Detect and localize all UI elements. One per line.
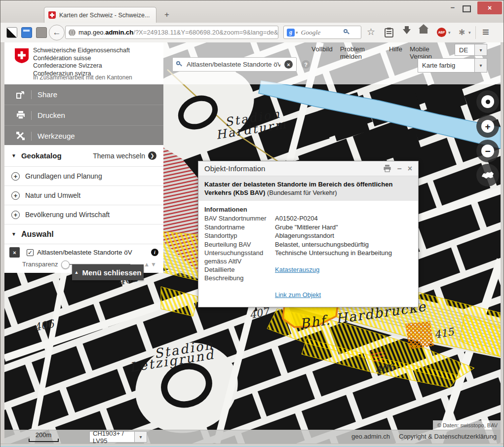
search-help-icon[interactable]: ? <box>302 60 310 69</box>
transparency-label: Transparenz <box>22 261 58 268</box>
map-search-field[interactable]: × <box>172 57 297 72</box>
move-layer-up-icon[interactable]: ▲ <box>144 261 150 268</box>
projection-value: CH1903+ / LV95 <box>90 430 134 445</box>
home-icon[interactable] <box>420 29 427 34</box>
bookmarks-panel-icon[interactable] <box>385 28 393 37</box>
sidebar-tools: Share Drucken Werkzeuge <box>4 84 163 147</box>
remove-layer-button[interactable]: × <box>9 247 20 258</box>
expand-plus-icon: + <box>11 211 20 219</box>
window-close-button[interactable]: × <box>477 1 502 14</box>
popup-close-icon[interactable]: × <box>408 164 412 173</box>
nav-link-hilfe[interactable]: Hilfe <box>389 45 402 54</box>
sidebar-item-drucken[interactable]: Drucken <box>4 105 163 126</box>
globe-icon <box>69 29 76 36</box>
theme-switch-link[interactable]: Thema wechseln <box>93 152 145 160</box>
target-icon <box>481 95 494 108</box>
category-label: Grundlagen und Planung <box>25 172 102 180</box>
swiss-shield-logo <box>14 48 29 64</box>
sidebar-item-werkzeuge[interactable]: Werkzeuge <box>4 126 163 147</box>
chevron-right-icon[interactable]: ❯ <box>148 151 156 160</box>
print-icon[interactable] <box>383 165 391 172</box>
map-style-caret-icon: ▾ <box>474 59 487 72</box>
window-maximize-button[interactable] <box>463 5 471 12</box>
extension-icon-1[interactable] <box>6 27 17 38</box>
geoadmin-link[interactable]: geo.admin.ch <box>351 433 390 440</box>
default-extent-button[interactable] <box>476 164 499 186</box>
extension-icon-2[interactable] <box>21 27 32 38</box>
geolocate-button[interactable] <box>476 90 499 113</box>
auswahl-title: Auswahl <box>21 230 54 239</box>
map-attribution: © Daten: swisstopo, BAV <box>433 420 501 430</box>
info-row: Beurteilung BAV Belastet, untersuchungsb… <box>204 241 412 249</box>
move-layer-down-icon[interactable]: ▼ <box>151 261 156 268</box>
map-style-select[interactable]: Karte farbig ▾ <box>418 58 487 73</box>
map-search-input[interactable] <box>186 60 281 69</box>
menu-hamburger-icon[interactable]: ≡ <box>482 25 489 39</box>
popup-header[interactable]: Objekt-Information – × <box>198 161 418 176</box>
plugin-icon[interactable]: ✱ <box>459 28 465 37</box>
printer-icon <box>16 111 25 119</box>
adblock-icon[interactable]: ABP <box>437 28 446 37</box>
window-minimize-button[interactable]: – <box>446 3 459 14</box>
layer-name[interactable]: Altlasten/belastete Standorte öV <box>37 249 132 256</box>
link-zum-objekt-link[interactable]: Link zum Objekt <box>275 291 321 299</box>
orange-hatch-2 <box>405 321 434 349</box>
nav-link-vollbild[interactable]: Vollbild <box>311 45 333 54</box>
url-bar[interactable]: map.geo.admin.ch/?X=249138.11&Y=680698.2… <box>65 26 278 39</box>
new-tab-button[interactable]: + <box>160 9 173 21</box>
close-menu-button[interactable]: ▲ Menü schliessen <box>72 264 144 280</box>
category-label: Bevölkerung und Wirtschaft <box>25 211 110 219</box>
info-row-link: Link zum Objekt <box>204 291 412 299</box>
category-bevoelkerung[interactable]: + Bevölkerung und Wirtschaft <box>4 205 163 224</box>
geokatalog-header[interactable]: ▼ Geokatalog Thema wechseln ❯ <box>4 145 163 167</box>
sidebar-catalog-panel: ▼ Geokatalog Thema wechseln ❯ + Grundlag… <box>4 145 163 273</box>
search-engine-caret-icon[interactable]: ▾ <box>296 30 298 35</box>
browser-tab[interactable]: Karten der Schweiz - Schweize... <box>44 7 156 23</box>
werkzeuge-label: Werkzeuge <box>38 132 75 140</box>
katasterauszug-link[interactable]: Katasterauszug <box>275 266 319 282</box>
downloads-icon[interactable] <box>403 29 411 34</box>
info-row: Standorttyp Ablagerungsstandort <box>204 232 412 240</box>
back-arrow-icon: ← <box>53 28 61 37</box>
popup-title: Objekt-Information <box>204 164 265 173</box>
sidebar-item-share[interactable]: Share <box>4 84 163 105</box>
bookmark-star-icon[interactable]: ☆ <box>367 26 375 37</box>
info-row: Untersuchungsstand gemäss AltlV Technisc… <box>204 249 412 265</box>
zoom-in-button[interactable]: + <box>476 115 499 138</box>
nav-link-mobile-version[interactable]: Mobile Version <box>410 45 447 54</box>
info-section-title: Informationen <box>204 206 412 213</box>
adblock-caret-icon[interactable]: ▾ <box>448 30 451 35</box>
search-magnifier-icon[interactable] <box>344 29 350 36</box>
slider-thumb[interactable] <box>61 261 70 269</box>
copyright-link[interactable]: Copyright & Datenschutzerklärung <box>399 433 497 440</box>
layer-checkbox[interactable]: ✓ <box>27 249 34 256</box>
confederation-text: Schweizerische Eidgenossenschaft Confédé… <box>33 47 130 77</box>
chevron-down-icon: ▼ <box>11 153 16 158</box>
projection-select[interactable]: CH1903+ / LV95 ▾ <box>89 431 147 443</box>
browser-search-input[interactable] <box>300 28 344 37</box>
browser-search-bar[interactable]: g ▾ <box>283 26 361 39</box>
close-menu-label: Menü schliessen <box>82 268 141 277</box>
layer-row: × ✓ Altlasten/belastete Standorte öV i <box>4 244 163 259</box>
clear-search-icon[interactable]: × <box>284 60 293 69</box>
category-grundlagen[interactable]: + Grundlagen und Planung <box>4 167 163 186</box>
language-select[interactable]: DE ▾ <box>455 44 487 56</box>
layer-info-icon[interactable]: i <box>151 249 158 256</box>
back-button[interactable]: ← <box>49 25 65 40</box>
plugin-caret-icon[interactable]: ▾ <box>468 30 471 35</box>
search-icon <box>176 61 183 68</box>
collapse-up-icon: ▲ <box>75 270 79 275</box>
nav-link-problem-melden[interactable]: Problem melden <box>340 45 382 54</box>
auswahl-header[interactable]: ▼ Auswahl <box>4 224 163 244</box>
layer-title-source: (Bundesamt für Verkehr) <box>267 189 337 196</box>
category-natur[interactable]: + Natur und Umwelt <box>4 186 163 205</box>
zoom-out-button[interactable]: − <box>476 140 499 162</box>
popup-minimize-icon[interactable]: – <box>397 164 402 173</box>
popup-layer-subtitle: Kataster der belasteten Standorte im Ber… <box>198 176 418 201</box>
expand-plus-icon: + <box>11 191 20 200</box>
logo-line-it: Confederazione Svizzera <box>33 62 130 70</box>
share-label: Share <box>38 90 57 99</box>
extension-icon-3[interactable] <box>36 27 47 38</box>
toolbar-separator <box>475 26 476 39</box>
switzerland-icon <box>481 171 495 180</box>
